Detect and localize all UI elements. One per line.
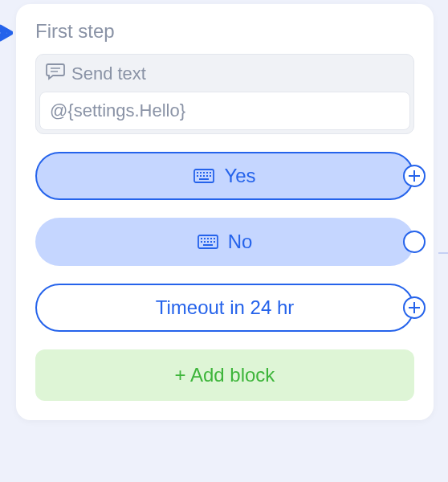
send-text-content[interactable]: @{settings.Hello} [39, 92, 410, 130]
option-timeout-button[interactable]: Timeout in 24 hr [35, 284, 414, 332]
option-row-timeout: Timeout in 24 hr [35, 284, 414, 332]
connector-no[interactable] [403, 231, 426, 253]
svg-rect-4 [200, 172, 202, 174]
send-text-header: Send text [36, 55, 413, 92]
step-card: First step Send text @{settings.Hello} [16, 4, 434, 420]
svg-rect-25 [203, 244, 213, 246]
svg-rect-21 [204, 241, 206, 243]
send-text-block[interactable]: Send text @{settings.Hello} [35, 54, 414, 134]
svg-rect-11 [206, 175, 208, 177]
outgoing-connector-line [438, 252, 448, 254]
svg-rect-7 [210, 172, 211, 174]
svg-rect-19 [214, 238, 215, 239]
svg-rect-12 [210, 175, 211, 177]
option-row-yes: Yes [35, 152, 414, 200]
svg-rect-9 [200, 175, 202, 177]
option-yes-label: Yes [224, 165, 255, 187]
option-timeout-label: Timeout in 24 hr [156, 296, 295, 319]
keyboard-icon [193, 169, 214, 183]
add-connector-timeout[interactable] [403, 296, 426, 319]
svg-rect-8 [197, 175, 198, 177]
svg-rect-20 [201, 241, 202, 243]
option-yes-button[interactable]: Yes [35, 152, 414, 200]
card-title: First step [35, 20, 414, 43]
speech-bubble-icon [46, 63, 65, 85]
svg-rect-10 [203, 175, 205, 177]
svg-rect-24 [214, 241, 215, 243]
svg-rect-17 [207, 238, 209, 239]
svg-rect-18 [210, 238, 212, 239]
add-block-button[interactable]: + Add block [35, 349, 414, 401]
option-row-no: No [35, 218, 414, 266]
svg-rect-13 [199, 178, 209, 180]
svg-rect-15 [201, 238, 202, 239]
incoming-connector-arrow [0, 22, 13, 49]
svg-rect-16 [204, 238, 206, 239]
svg-rect-5 [203, 172, 205, 174]
svg-rect-6 [206, 172, 208, 174]
svg-rect-3 [197, 172, 198, 174]
svg-rect-23 [210, 241, 212, 243]
svg-rect-22 [207, 241, 209, 243]
add-connector-yes[interactable] [403, 165, 426, 187]
option-no-button[interactable]: No [35, 218, 414, 266]
option-no-label: No [228, 231, 253, 253]
send-text-label: Send text [71, 63, 146, 84]
keyboard-icon [198, 235, 218, 249]
